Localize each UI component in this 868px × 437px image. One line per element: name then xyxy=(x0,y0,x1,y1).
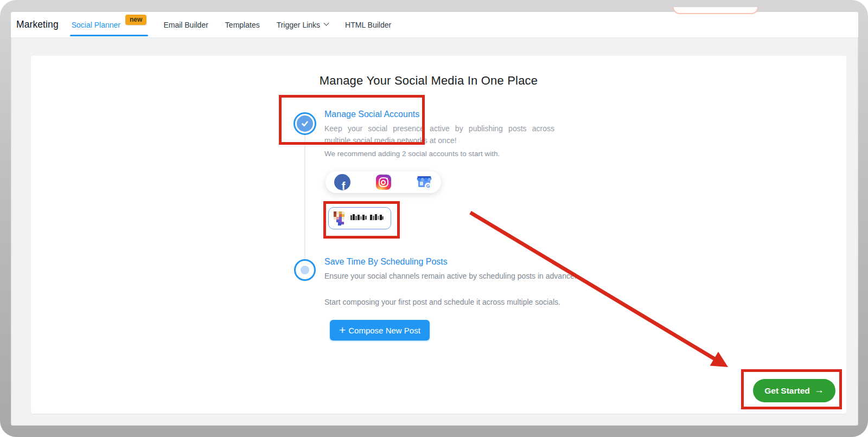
tab-label: Trigger Links xyxy=(277,21,320,29)
compose-new-post-button[interactable]: + Compose New Post xyxy=(330,320,430,340)
window-frame: Marketing Social Planner new Email Build… xyxy=(0,0,868,437)
google-business-icon[interactable]: G xyxy=(416,174,432,190)
app-screen: Marketing Social Planner new Email Build… xyxy=(11,12,858,426)
compose-button-label: Compose New Post xyxy=(348,326,420,335)
step2-title[interactable]: Save Time By Scheduling Posts xyxy=(324,257,448,267)
active-tab-underline xyxy=(70,35,149,36)
tab-html-builder[interactable]: HTML Builder xyxy=(345,12,391,37)
tab-templates[interactable]: Templates xyxy=(225,12,260,37)
tab-trigger-links[interactable]: Trigger Links xyxy=(277,12,328,37)
step1-completed-indicator xyxy=(293,112,316,135)
arrow-right-icon: → xyxy=(814,384,824,396)
tab-email-builder[interactable]: Email Builder xyxy=(163,12,208,37)
step-connector-line xyxy=(304,135,305,260)
tab-label: Email Builder xyxy=(163,21,208,29)
new-badge: new xyxy=(125,15,146,25)
radio-dot-icon xyxy=(301,266,309,274)
tab-label: HTML Builder xyxy=(345,21,391,29)
onboarding-card: Manage Your Social Media In One Place Ma… xyxy=(31,56,846,414)
instagram-icon[interactable] xyxy=(376,175,391,190)
facebook-icon[interactable]: f xyxy=(334,174,350,190)
step1-title[interactable]: Manage Social Accounts xyxy=(324,110,419,119)
pixelated-connect-button[interactable] xyxy=(328,207,391,229)
step2-description: Ensure your social channels remain activ… xyxy=(324,271,590,282)
main-heading: Manage Your Social Media In One Place xyxy=(320,74,538,88)
social-accounts-pill: f G xyxy=(326,171,441,193)
top-navbar: Marketing Social Planner new Email Build… xyxy=(11,12,858,38)
step2-pending-indicator xyxy=(294,259,316,281)
step1-description: Keep your social presence active by publ… xyxy=(324,123,554,146)
tab-bar: Social Planner new Email Builder Templat… xyxy=(72,12,391,37)
tab-label: Social Planner xyxy=(72,21,120,29)
pixelated-text xyxy=(350,213,384,224)
chevron-down-icon xyxy=(324,21,329,26)
check-icon xyxy=(297,115,313,132)
tab-label: Templates xyxy=(225,21,260,29)
step1-note: We recommend adding 2 social accounts to… xyxy=(324,148,500,160)
plus-icon: + xyxy=(339,324,346,336)
get-started-label: Get Started xyxy=(764,386,810,396)
page-title: Marketing xyxy=(16,19,59,30)
tab-social-planner[interactable]: Social Planner new xyxy=(72,12,147,37)
cut-off-top-banner xyxy=(673,7,758,14)
svg-text:G: G xyxy=(426,183,430,189)
pixelated-logo-icon xyxy=(334,211,347,230)
step2-note: Start composing your first post and sche… xyxy=(324,297,560,309)
get-started-button[interactable]: Get Started → xyxy=(753,379,835,402)
